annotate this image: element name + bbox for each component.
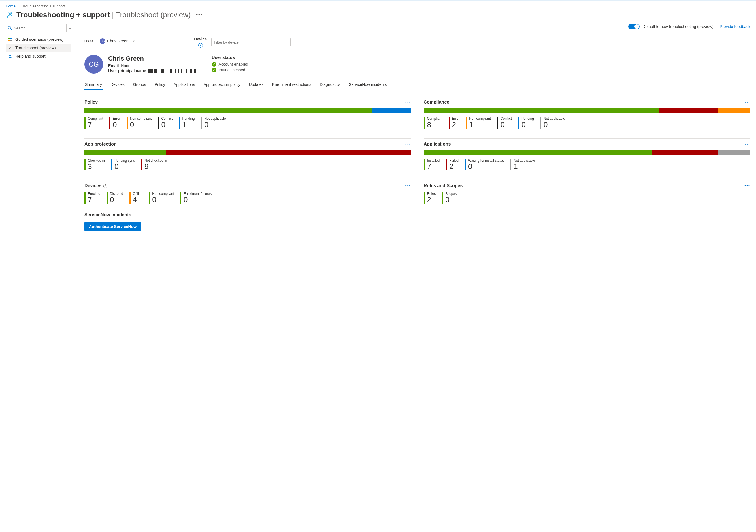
metric-label: Failed [449, 159, 459, 163]
bar-segment [84, 108, 372, 113]
svg-rect-8 [152, 69, 153, 73]
card-more-button[interactable]: ••• [744, 142, 750, 146]
svg-rect-27 [175, 69, 176, 73]
tab-enrollment-restrictions[interactable]: Enrollment restrictions [272, 80, 312, 90]
card-more-button[interactable]: ••• [405, 142, 411, 146]
email-label: Email [108, 64, 119, 68]
device-filter-input[interactable] [211, 38, 291, 46]
provide-feedback-link[interactable]: Provide feedback [720, 24, 750, 29]
tab-diagnostics[interactable]: Diagnostics [319, 80, 341, 90]
tab-summary[interactable]: Summary [84, 80, 102, 90]
breadcrumb-home[interactable]: Home [6, 4, 15, 8]
card-more-button[interactable]: ••• [405, 100, 411, 104]
card-more-button[interactable]: ••• [405, 183, 411, 188]
metric: Pending sync0 [111, 159, 135, 171]
svg-rect-16 [161, 69, 162, 73]
sidebar-item-help-support[interactable]: Help and support [6, 52, 71, 61]
metric: Installed7 [424, 159, 440, 171]
metric: Non compliant1 [466, 117, 491, 129]
metric: Waiting for install status0 [465, 159, 504, 171]
metric-label: Conflict [500, 117, 512, 120]
title-more-button[interactable]: ••• [194, 12, 205, 18]
authenticate-servicenow-button[interactable]: Authenticate ServiceNow [84, 222, 141, 231]
upn-label: User principal name [108, 68, 146, 73]
svg-rect-11 [155, 69, 155, 73]
metric-tick [424, 117, 425, 129]
card-more-button[interactable]: ••• [744, 183, 750, 188]
svg-rect-10 [154, 69, 155, 73]
sidebar-item-troubleshoot[interactable]: Troubleshoot (preview) [6, 43, 71, 52]
metric: Roles2 [424, 192, 436, 204]
metric-tick [497, 117, 498, 129]
sidebar-search[interactable] [6, 24, 67, 32]
troubleshoot-icon [6, 11, 13, 19]
metric-tick [158, 117, 159, 129]
metric: Pending1 [179, 117, 195, 129]
tab-devices[interactable]: Devices [110, 80, 125, 90]
page-title-sub: Troubleshoot (preview) [116, 11, 191, 19]
user-avatar: CG [84, 55, 103, 74]
metric-label: Conflict [161, 117, 173, 120]
main-content: Default to new troubleshooting (preview)… [71, 24, 750, 231]
default-troubleshooting-toggle[interactable]: Default to new troubleshooting (preview) [628, 24, 714, 29]
page-title: Troubleshooting + support | Troubleshoot… [6, 11, 750, 19]
card-devices: Devicesi•••Enrolled7Disabled0Offline4Non… [84, 180, 411, 204]
svg-rect-26 [174, 69, 175, 73]
metric-tick [149, 192, 150, 204]
metric-value: 0 [115, 163, 135, 171]
metric: Offline4 [129, 192, 143, 204]
card-roles-scopes: Roles and Scopes•••Roles2Scopes0 [424, 180, 751, 204]
info-icon[interactable]: i [103, 184, 107, 188]
metric-value: 0 [183, 196, 212, 204]
device-info-icon[interactable]: i [198, 43, 203, 47]
svg-rect-38 [193, 69, 193, 73]
metric: Disabled0 [106, 192, 123, 204]
tab-updates[interactable]: Updates [248, 80, 264, 90]
sidebar-item-guided-scenarios[interactable]: Guided scenarios (preview) [6, 35, 71, 43]
svg-point-0 [11, 13, 12, 14]
card-applications: Applications•••Installed7Failed2Waiting … [424, 139, 751, 171]
metric-value: 7 [88, 120, 103, 129]
metric: Scopes0 [442, 192, 457, 204]
svg-rect-34 [186, 69, 187, 73]
bar-segment [424, 150, 652, 155]
tab-servicenow-incidents[interactable]: ServiceNow incidents [348, 80, 387, 90]
tab-app-protection-policy[interactable]: App protection policy [203, 80, 241, 90]
metric-tick [466, 117, 467, 129]
metric-label: Roles [427, 192, 436, 196]
page-title-main: Troubleshooting + support [16, 11, 110, 19]
svg-rect-31 [181, 69, 182, 73]
metric-value: 1 [514, 163, 535, 171]
user-chip-remove[interactable]: ✕ [132, 39, 135, 43]
metric: Not applicable1 [510, 159, 535, 171]
metric-value: 0 [130, 120, 152, 129]
status-account-enabled: Account enabled [219, 62, 248, 66]
sidebar-collapse-button[interactable]: « [69, 26, 71, 30]
card-more-button[interactable]: ••• [744, 100, 750, 104]
metric-label: Pending [522, 117, 534, 120]
bar-segment [372, 108, 411, 113]
user-chip-avatar: CG [100, 38, 105, 44]
svg-rect-35 [189, 69, 189, 73]
card-servicenow: ServiceNow incidents Authenticate Servic… [84, 212, 750, 231]
metric-tick [180, 192, 181, 204]
svg-rect-24 [171, 69, 172, 73]
sidebar-search-input[interactable] [6, 24, 67, 32]
tab-policy[interactable]: Policy [154, 80, 166, 90]
card-title: App protection [84, 142, 117, 146]
metric-value: 0 [544, 120, 565, 129]
tab-groups[interactable]: Groups [133, 80, 147, 90]
metric-label: Pending sync [115, 159, 135, 163]
tab-applications[interactable]: Applications [173, 80, 196, 90]
metric: Enrolled7 [84, 192, 100, 204]
toggle-switch-icon [628, 24, 639, 29]
metric-tick [106, 192, 108, 204]
metric-label: Checked in [88, 159, 105, 163]
breadcrumb-current: Troubleshooting + support [22, 4, 65, 8]
metric-tick [179, 117, 180, 129]
user-filter-input[interactable]: CG Chris Green ✕ [98, 37, 177, 45]
user-status: User status ✓Account enabled ✓Intune lic… [212, 55, 269, 74]
user-filter-label: User [84, 39, 93, 43]
metric-tick [84, 192, 86, 204]
metric-tick [84, 159, 86, 171]
